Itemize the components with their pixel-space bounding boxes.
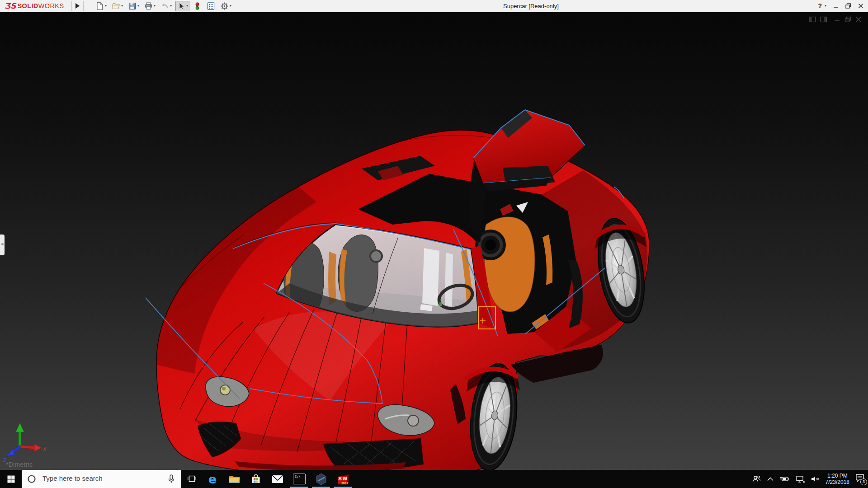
dropdown-caret-icon[interactable]: ▾ [154, 4, 156, 8]
hexagon-app-icon [315, 473, 327, 485]
new-document-button[interactable]: ▾ [94, 1, 108, 11]
file-explorer-icon [228, 474, 240, 483]
file-properties-button[interactable] [205, 1, 217, 11]
command-prompt-glyph: C:\ [295, 475, 301, 479]
taskbar-app-mail[interactable] [267, 470, 288, 488]
axis-x-label: X [42, 446, 47, 452]
cortana-icon [27, 474, 36, 483]
hidden-icons-chevron-icon[interactable] [767, 477, 774, 481]
titlebar-separator [83, 1, 84, 11]
doc-close-button[interactable] [855, 16, 862, 23]
clock-date: 7/23/2018 [826, 479, 849, 485]
save-icon [128, 2, 137, 10]
dropdown-caret-icon[interactable]: ▾ [825, 4, 826, 8]
print-button[interactable]: ▾ [143, 1, 157, 11]
battery-power-icon[interactable] [780, 475, 790, 483]
menu-expand-arrow-icon[interactable] [74, 2, 81, 9]
taskbar-app-command-prompt[interactable]: C:\ [288, 470, 310, 488]
dropdown-caret-icon[interactable]: ▾ [186, 4, 188, 8]
orientation-triad: X Z [3, 418, 48, 464]
select-tool-button[interactable]: ▾ [175, 1, 189, 11]
select-cursor-icon [177, 2, 185, 10]
clock-time: 1:20 PM [826, 473, 849, 479]
action-center-button[interactable]: 3 [855, 474, 865, 484]
save-button[interactable]: ▾ [127, 1, 141, 11]
volume-muted-icon[interactable] [811, 475, 820, 483]
feature-manager-flyout-tab[interactable] [0, 235, 5, 255]
doc-minimize-button[interactable] [834, 16, 840, 23]
gear-icon [220, 2, 229, 10]
show-pane-left-icon[interactable] [809, 16, 816, 23]
undo-icon [160, 2, 169, 10]
start-button[interactable] [0, 470, 22, 488]
open-folder-icon [112, 2, 120, 10]
taskbar-app-file-explorer[interactable] [223, 470, 245, 488]
solidworks-logo: ƷS SOLIDWORKS [5, 1, 64, 11]
task-view-icon [188, 475, 196, 483]
help-button[interactable]: ? ▾ [818, 2, 826, 9]
quick-access-toolbar: ▾ ▾ ▾ ▾ [94, 0, 233, 11]
rebuild-button[interactable] [192, 1, 203, 11]
dropdown-caret-icon[interactable]: ▾ [105, 4, 107, 8]
command-prompt-icon: C:\ [293, 474, 306, 484]
people-icon[interactable] [752, 475, 761, 483]
dropdown-caret-icon[interactable]: ▾ [137, 4, 139, 8]
solidworks-logo-text-light: WORKS [38, 2, 64, 9]
close-button[interactable] [858, 3, 863, 9]
minimize-button[interactable] [833, 3, 839, 9]
network-icon[interactable] [796, 475, 805, 483]
windows-logo-icon [7, 475, 15, 483]
titlebar: ƷS SOLIDWORKS ▾ ▾ ▾ [0, 0, 868, 12]
undo-button[interactable]: ▾ [159, 1, 173, 11]
system-tray: 1:20 PM 7/23/2018 3 [752, 470, 865, 488]
edge-logo: e [208, 473, 217, 485]
new-document-icon [95, 2, 104, 10]
taskbar-app-store[interactable] [245, 470, 267, 488]
options-button[interactable]: ▾ [219, 1, 233, 11]
notification-badge: 3 [860, 479, 867, 485]
solidworks-logo-mark: ƷS [5, 1, 16, 10]
file-properties-icon [207, 2, 215, 10]
solidworks-logo-text-bold: SOLID [17, 2, 38, 9]
solidworks-app-icon: SW 2017 [337, 473, 349, 485]
dropdown-caret-icon[interactable]: ▾ [230, 4, 231, 8]
document-window-controls [809, 16, 862, 23]
show-pane-right-icon[interactable] [820, 16, 827, 23]
mail-icon [272, 475, 283, 483]
view-orientation-label: *Dimetric [6, 461, 33, 468]
help-label: ? [818, 2, 822, 9]
search-input[interactable]: Type here to search [22, 470, 181, 488]
task-view-button[interactable] [181, 470, 203, 488]
microphone-icon[interactable] [168, 474, 175, 483]
solidworks-icon-letters: SW [339, 476, 349, 481]
restore-button[interactable] [845, 3, 851, 9]
window-controls: ? ▾ [818, 0, 863, 12]
crosshair-cursor [480, 318, 486, 324]
taskbar-app-edge[interactable]: e [202, 470, 223, 488]
taskbar-app-visualize[interactable] [310, 470, 332, 488]
rebuild-traffic-light-icon [193, 2, 202, 10]
dropdown-caret-icon[interactable]: ▾ [170, 4, 172, 8]
dropdown-caret-icon[interactable]: ▾ [121, 4, 123, 8]
open-button[interactable]: ▾ [110, 1, 124, 11]
solidworks-icon-year: 2017 [341, 482, 349, 485]
print-icon [144, 2, 153, 10]
windows-taskbar: Type here to search e [0, 470, 868, 488]
taskbar-app-solidworks[interactable]: SW 2017 [332, 470, 354, 488]
search-placeholder-text: Type here to search [42, 474, 103, 482]
car-model-render [0, 12, 868, 470]
doc-restore-button[interactable] [844, 16, 851, 23]
flyout-dot-icon [1, 243, 4, 245]
store-icon [250, 474, 261, 484]
taskbar-clock[interactable]: 1:20 PM 7/23/2018 [826, 473, 849, 485]
window-title: Supercar [Read-only] [503, 3, 559, 9]
graphics-area[interactable]: X Z *Dimetric [0, 12, 868, 470]
titlebar-separator [71, 1, 72, 11]
